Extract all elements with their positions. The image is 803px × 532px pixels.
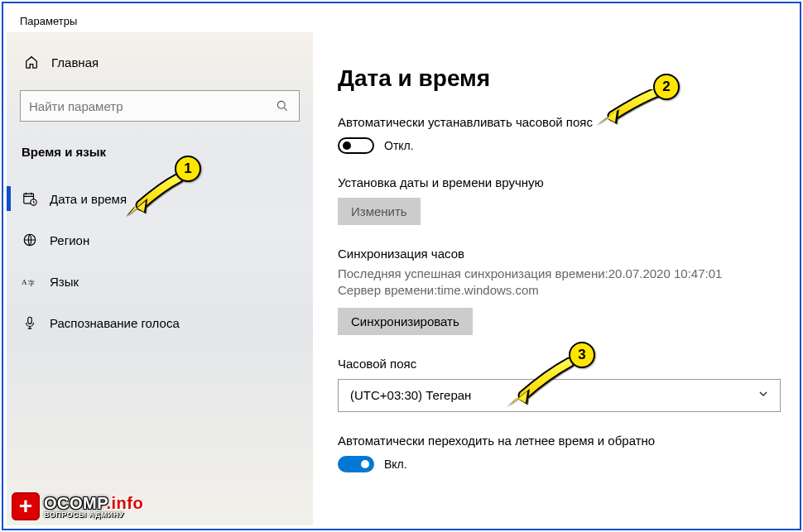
sync-button[interactable]: Синхронизировать: [338, 308, 473, 335]
main-content: Дата и время Автоматически устанавливать…: [313, 32, 796, 525]
sidebar-item-language[interactable]: A字 Язык: [20, 263, 300, 300]
category-title: Время и язык: [20, 145, 300, 175]
sidebar-item-label: Дата и время: [50, 192, 127, 206]
chevron-down-icon: [758, 389, 768, 401]
svg-rect-6: [28, 317, 32, 324]
dst-state: Вкл.: [384, 458, 407, 471]
page-title: Дата и время: [338, 65, 778, 92]
dst-label: Автоматически переходить на летнее время…: [338, 434, 778, 448]
calendar-clock-icon: [22, 190, 38, 207]
sync-title: Синхронизация часов: [338, 247, 778, 261]
search-icon: [274, 98, 291, 114]
window-title: Параметры: [7, 7, 796, 32]
svg-point-0: [277, 101, 285, 108]
auto-tz-state: Откл.: [384, 139, 414, 152]
search-input[interactable]: [29, 99, 274, 113]
change-button[interactable]: Изменить: [338, 198, 421, 225]
home-icon: [23, 54, 40, 70]
tz-value: (UTC+03:30) Тегеран: [350, 388, 471, 402]
manual-label: Установка даты и времени вручную: [338, 175, 778, 189]
sync-last: Последняя успешная синхронизация времени…: [338, 266, 778, 282]
watermark-logo: + OCOMP.info ВОПРОСЫ АДМИНУ: [12, 492, 143, 520]
home-label: Главная: [51, 55, 99, 69]
globe-icon: [22, 232, 38, 248]
sidebar-item-region[interactable]: Регион: [20, 222, 300, 258]
sidebar-item-speech[interactable]: Распознавание голоса: [20, 304, 300, 341]
sidebar-item-label: Распознавание голоса: [50, 316, 180, 330]
microphone-icon: [22, 314, 38, 331]
sidebar-item-label: Регион: [50, 233, 89, 247]
dst-toggle[interactable]: [338, 456, 374, 472]
svg-text:字: 字: [28, 280, 35, 287]
svg-text:A: A: [22, 277, 27, 285]
sidebar-item-datetime[interactable]: Дата и время: [20, 180, 300, 217]
sync-server: Сервер времени:time.windows.com: [338, 282, 778, 299]
language-icon: A字: [22, 273, 38, 290]
sidebar: Главная Время и язык Дата и время Ре: [7, 32, 313, 525]
tz-label: Часовой пояс: [338, 357, 778, 371]
tz-dropdown[interactable]: (UTC+03:30) Тегеран: [338, 379, 781, 412]
auto-tz-label: Автоматически устанавливать часовой пояс: [338, 115, 778, 129]
search-box[interactable]: [20, 90, 300, 122]
plus-icon: +: [12, 492, 40, 520]
home-nav[interactable]: Главная: [20, 47, 300, 85]
auto-tz-toggle[interactable]: [338, 137, 374, 154]
sidebar-item-label: Язык: [50, 275, 79, 289]
